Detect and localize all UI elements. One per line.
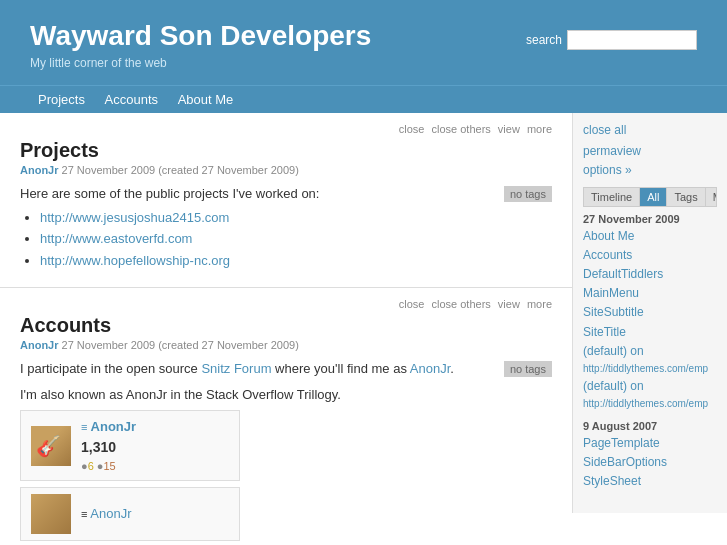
- header: Wayward Son Developers My little corner …: [0, 0, 727, 85]
- projects-date: 27 November 2009 (created 27 November 20…: [62, 164, 299, 176]
- view-accounts-link[interactable]: view: [498, 298, 520, 310]
- project-link-1[interactable]: http://www.jesusjoshua2415.com: [40, 210, 229, 225]
- options-link[interactable]: options »: [583, 161, 717, 180]
- guitar-icon: 🎸: [36, 431, 61, 461]
- accounts-author[interactable]: AnonJr: [20, 339, 59, 351]
- sidebar-default-on[interactable]: (default) on: [583, 342, 717, 361]
- so-reputation: 1,310: [81, 437, 229, 458]
- project-link-3[interactable]: http://www.hopefellowship-nc.org: [40, 253, 230, 268]
- so-username[interactable]: ≡ AnonJr: [81, 417, 229, 437]
- close-projects-link[interactable]: close: [399, 123, 425, 135]
- sidebar-page-template[interactable]: PageTemplate: [583, 434, 717, 453]
- accounts-title: Accounts: [20, 314, 552, 337]
- sidebar-date-2: 9 August 2007: [583, 420, 717, 432]
- nav-about-me[interactable]: About Me: [170, 86, 242, 113]
- tiddler-accounts-toolbar: close close others view more: [20, 298, 552, 310]
- nav-accounts[interactable]: Accounts: [97, 86, 166, 113]
- tiddler-projects-toolbar: close close others view more: [20, 123, 552, 135]
- accounts-date: 27 November 2009 (created 27 November 20…: [62, 339, 299, 351]
- so-name-text: AnonJr: [91, 419, 137, 434]
- site-subtitle: My little corner of the web: [30, 56, 697, 70]
- bronze-badge-count: 15: [103, 460, 115, 472]
- sidebar-date-1: 27 November 2009: [583, 213, 717, 225]
- sidebar-stylesheet[interactable]: StyleSheet: [583, 472, 717, 491]
- sidebar-default-on-2[interactable]: (default) on: [583, 377, 717, 396]
- anonj-link[interactable]: AnonJr: [410, 361, 450, 376]
- tab-tags[interactable]: Tags: [667, 188, 705, 206]
- so-info: ≡ AnonJr 1,310 ●6 ●15: [81, 417, 229, 474]
- sidebar-about-me[interactable]: About Me: [583, 227, 717, 246]
- sidebar-site-title[interactable]: SiteTitle: [583, 323, 717, 342]
- projects-title: Projects: [20, 139, 552, 162]
- more-projects-link[interactable]: more: [527, 123, 552, 135]
- avatar: 🎸: [31, 426, 71, 466]
- so-partial-name[interactable]: AnonJr: [90, 506, 131, 521]
- content-area: close close others view more Projects An…: [0, 113, 727, 545]
- so-card: 🎸 ≡ AnonJr 1,310 ●6 ●15: [20, 410, 240, 481]
- so-badges: ●6 ●15: [81, 458, 229, 475]
- sidebar-options: options »: [583, 161, 717, 180]
- sidebar-main-menu[interactable]: MainMenu: [583, 284, 717, 303]
- projects-meta: AnonJr 27 November 2009 (created 27 Nove…: [20, 164, 552, 176]
- search-label: search: [526, 33, 562, 47]
- tab-all[interactable]: All: [640, 188, 667, 206]
- sidebar-tabs: Timeline All Tags More: [583, 187, 717, 207]
- accounts-meta: AnonJr 27 November 2009 (created 27 Nove…: [20, 339, 552, 351]
- projects-links-list: http://www.jesusjoshua2415.com http://ww…: [40, 208, 552, 271]
- no-tags-accounts[interactable]: no tags: [504, 361, 552, 377]
- so-card-partial: ≡ AnonJr: [20, 487, 240, 541]
- close-others-projects-link[interactable]: close others: [431, 123, 490, 135]
- nav-projects[interactable]: Projects: [30, 86, 93, 113]
- accounts-body: no tags I participate in the open source…: [20, 359, 552, 541]
- projects-intro: Here are some of the public projects I'v…: [20, 184, 552, 204]
- search-input[interactable]: [567, 30, 697, 50]
- accounts-text-pre: I participate in the open source: [20, 361, 201, 376]
- accounts-text-mid: where you'll find me as: [271, 361, 409, 376]
- sidebar-tiddlythemes-1[interactable]: http://tiddlythemes.com/emp: [583, 361, 717, 377]
- tiddler-projects: close close others view more Projects An…: [0, 113, 572, 288]
- avatar2: [31, 494, 71, 534]
- view-projects-link[interactable]: view: [498, 123, 520, 135]
- close-accounts-link[interactable]: close: [399, 298, 425, 310]
- projects-author[interactable]: AnonJr: [20, 164, 59, 176]
- tab-timeline[interactable]: Timeline: [584, 188, 640, 206]
- projects-body: no tags Here are some of the public proj…: [20, 184, 552, 270]
- close-all-link[interactable]: close all: [583, 121, 717, 140]
- sidebar-accounts[interactable]: Accounts: [583, 246, 717, 265]
- project-link-2[interactable]: http://www.eastoverfd.com: [40, 231, 192, 246]
- main-content: close close others view more Projects An…: [0, 113, 572, 545]
- sidebar-permaview: permaview: [583, 142, 717, 161]
- accounts-text-post: .: [450, 361, 454, 376]
- more-accounts-link[interactable]: more: [527, 298, 552, 310]
- tiddler-accounts: close close others view more Accounts An…: [0, 288, 572, 545]
- tab-more[interactable]: More: [706, 188, 717, 206]
- nav-bar: Projects Accounts About Me: [0, 85, 727, 113]
- sidebar-site-subtitle[interactable]: SiteSubtitle: [583, 303, 717, 322]
- sidebar-close-all: close all: [583, 121, 717, 140]
- gold-badge-count: 6: [88, 460, 94, 472]
- sidebar: close all permaview options » Timeline A…: [572, 113, 727, 513]
- close-others-accounts-link[interactable]: close others: [431, 298, 490, 310]
- search-area: search: [526, 30, 697, 50]
- accounts-line2: I'm also known as AnonJr in the Stack Ov…: [20, 385, 552, 405]
- sidebar-sidebar-options[interactable]: SideBarOptions: [583, 453, 717, 472]
- sidebar-default-tiddlers[interactable]: DefaultTiddlers: [583, 265, 717, 284]
- no-tags-projects[interactable]: no tags: [504, 186, 552, 202]
- snitz-forum-link[interactable]: Snitz Forum: [201, 361, 271, 376]
- accounts-line1: I participate in the open source Snitz F…: [20, 359, 552, 379]
- permaview-link[interactable]: permaview: [583, 142, 717, 161]
- so-partial-info: ≡ AnonJr: [81, 504, 132, 524]
- sidebar-tiddlythemes-2[interactable]: http://tiddlythemes.com/emp: [583, 396, 717, 412]
